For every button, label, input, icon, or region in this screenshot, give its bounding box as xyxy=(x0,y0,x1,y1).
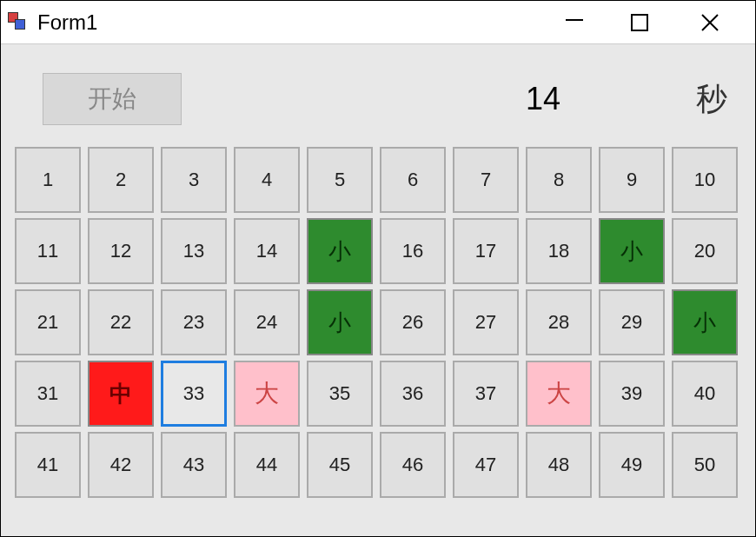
titlebar: Form1 xyxy=(1,1,755,44)
grid-cell-32[interactable]: 中 xyxy=(88,361,154,427)
grid-cell-45[interactable]: 45 xyxy=(307,432,373,498)
grid-cell-25[interactable]: 小 xyxy=(307,289,373,355)
grid-cell-21[interactable]: 21 xyxy=(15,289,81,355)
grid-cell-9[interactable]: 9 xyxy=(599,147,665,213)
grid-cell-1[interactable]: 1 xyxy=(15,147,81,213)
grid-cell-42[interactable]: 42 xyxy=(88,432,154,498)
grid-cell-11[interactable]: 11 xyxy=(15,218,81,284)
counter-value: 14 xyxy=(182,81,696,117)
grid-cell-43[interactable]: 43 xyxy=(161,432,227,498)
app-icon xyxy=(8,12,29,33)
grid-cell-29[interactable]: 29 xyxy=(599,289,665,355)
grid-cell-35[interactable]: 35 xyxy=(307,361,373,427)
grid-cell-5[interactable]: 5 xyxy=(307,147,373,213)
minimize-button[interactable] xyxy=(560,10,588,36)
grid-cell-50[interactable]: 50 xyxy=(672,432,738,498)
grid-cell-26[interactable]: 26 xyxy=(380,289,446,355)
grid-cell-22[interactable]: 22 xyxy=(88,289,154,355)
grid-cell-15[interactable]: 小 xyxy=(307,218,373,284)
grid-cell-10[interactable]: 10 xyxy=(672,147,738,213)
grid-cell-47[interactable]: 47 xyxy=(453,432,519,498)
grid-cell-6[interactable]: 6 xyxy=(380,147,446,213)
grid-cell-38[interactable]: 大 xyxy=(526,361,592,427)
grid-cell-2[interactable]: 2 xyxy=(88,147,154,213)
window-controls xyxy=(560,10,748,36)
grid-cell-17[interactable]: 17 xyxy=(453,218,519,284)
grid-cell-49[interactable]: 49 xyxy=(599,432,665,498)
grid-cell-16[interactable]: 16 xyxy=(380,218,446,284)
grid-cell-41[interactable]: 41 xyxy=(15,432,81,498)
svg-rect-1 xyxy=(632,15,647,30)
grid-cell-34[interactable]: 大 xyxy=(234,361,300,427)
maximize-button[interactable] xyxy=(630,13,658,32)
close-button[interactable] xyxy=(700,12,727,33)
window-title: Form1 xyxy=(37,10,560,35)
grid-cell-3[interactable]: 3 xyxy=(161,147,227,213)
grid-cell-39[interactable]: 39 xyxy=(599,361,665,427)
grid-cell-23[interactable]: 23 xyxy=(161,289,227,355)
grid-cell-28[interactable]: 28 xyxy=(526,289,592,355)
seconds-label: 秒 xyxy=(696,78,734,121)
cell-grid: 1234567891011121314小161718小2021222324小26… xyxy=(1,140,755,512)
grid-cell-7[interactable]: 7 xyxy=(453,147,519,213)
grid-cell-24[interactable]: 24 xyxy=(234,289,300,355)
grid-cell-31[interactable]: 31 xyxy=(15,361,81,427)
window-frame: Form1 开始 14 秒 1234567891011121314小161718… xyxy=(0,0,756,537)
grid-cell-8[interactable]: 8 xyxy=(526,147,592,213)
grid-cell-46[interactable]: 46 xyxy=(380,432,446,498)
grid-cell-20[interactable]: 20 xyxy=(672,218,738,284)
grid-cell-48[interactable]: 48 xyxy=(526,432,592,498)
grid-cell-19[interactable]: 小 xyxy=(599,218,665,284)
grid-cell-30[interactable]: 小 xyxy=(672,289,738,355)
grid-cell-27[interactable]: 27 xyxy=(453,289,519,355)
grid-cell-13[interactable]: 13 xyxy=(161,218,227,284)
grid-cell-44[interactable]: 44 xyxy=(234,432,300,498)
top-panel: 开始 14 秒 xyxy=(1,44,755,140)
grid-cell-18[interactable]: 18 xyxy=(526,218,592,284)
grid-cell-33[interactable]: 33 xyxy=(161,361,227,427)
grid-cell-40[interactable]: 40 xyxy=(672,361,738,427)
grid-cell-12[interactable]: 12 xyxy=(88,218,154,284)
grid-cell-37[interactable]: 37 xyxy=(453,361,519,427)
grid-cell-4[interactable]: 4 xyxy=(234,147,300,213)
start-button[interactable]: 开始 xyxy=(43,73,182,125)
grid-cell-14[interactable]: 14 xyxy=(234,218,300,284)
grid-cell-36[interactable]: 36 xyxy=(380,361,446,427)
